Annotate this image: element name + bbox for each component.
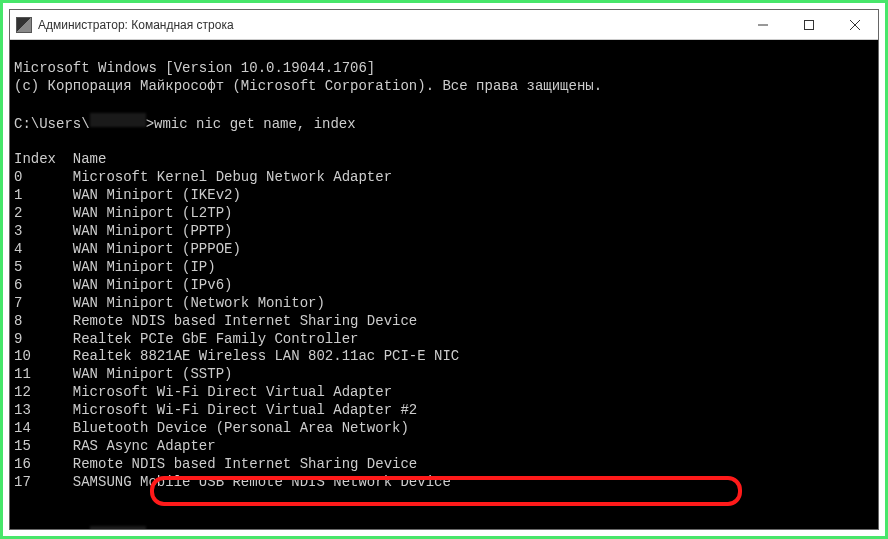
header-line-2: (c) Корпорация Майкрософт (Microsoft Cor… bbox=[14, 78, 602, 94]
close-button[interactable] bbox=[832, 10, 878, 39]
table-header: Index Name bbox=[14, 151, 106, 167]
title-bar: Администратор: Командная строка bbox=[10, 10, 878, 40]
nic-list: 0 Microsoft Kernel Debug Network Adapter… bbox=[14, 169, 874, 491]
command-prompt-window: Администратор: Командная строка Microsof… bbox=[9, 9, 879, 530]
redacted-user bbox=[90, 113, 146, 127]
prompt-prefix: C:\Users\ bbox=[14, 116, 90, 134]
command-1: wmic nic get name, index bbox=[154, 116, 356, 134]
window-controls bbox=[740, 10, 878, 39]
svg-rect-1 bbox=[805, 20, 814, 29]
redacted-user-2 bbox=[90, 526, 146, 529]
window-title: Администратор: Командная строка bbox=[38, 18, 740, 32]
prompt-suffix: > bbox=[146, 116, 154, 134]
cmd-icon bbox=[16, 17, 32, 33]
terminal-area[interactable]: Microsoft Windows [Version 10.0.19044.17… bbox=[10, 40, 878, 529]
maximize-button[interactable] bbox=[786, 10, 832, 39]
header-line-1: Microsoft Windows [Version 10.0.19044.17… bbox=[14, 60, 375, 76]
minimize-button[interactable] bbox=[740, 10, 786, 39]
